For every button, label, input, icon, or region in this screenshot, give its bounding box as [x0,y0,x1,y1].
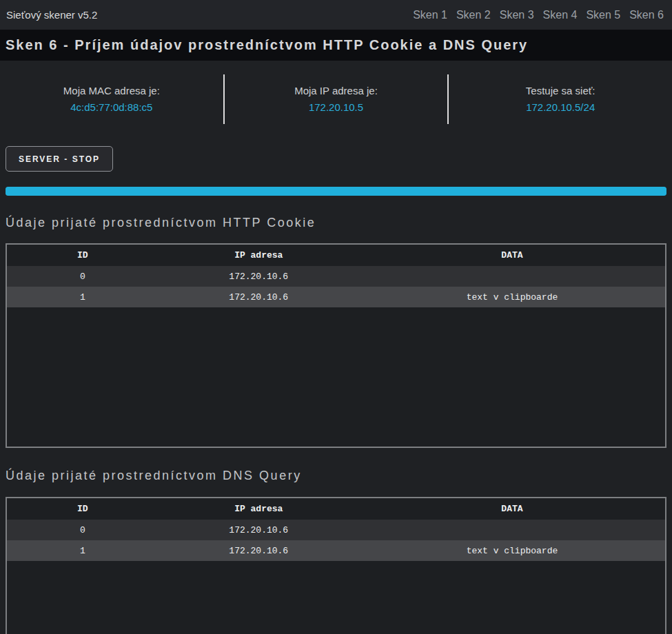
network-label: Testuje sa sieť: [449,83,672,99]
table-cell [359,520,665,540]
section-dns-query: Údaje prijaté prostredníctvom DNS Query … [0,469,672,634]
top-navbar: Sieťový skener v5.2 Sken 1Sken 2Sken 3Sk… [0,0,672,30]
table-row: 0172.20.10.6 [7,520,665,540]
data-table-dns-query: IDIP adresaDATA0172.20.10.61172.20.10.6t… [7,498,665,561]
table-cell: 1 [7,287,159,307]
table-row: 1172.20.10.6text v clipboarde [7,540,665,561]
column-header-id: ID [7,498,159,520]
table-cell: 172.20.10.6 [159,287,359,307]
ip-value: 172.20.10.5 [225,99,448,116]
column-header-id: ID [7,245,159,266]
table-cell [359,266,665,287]
table-container-http-cookie: IDIP adresaDATA0172.20.10.61172.20.10.6t… [6,243,666,448]
table-cell: 0 [7,266,159,287]
section-title-http-cookie: Údaje prijaté prostredníctvom HTTP Cooki… [6,216,666,230]
table-container-dns-query: IDIP adresaDATA0172.20.10.61172.20.10.6t… [6,497,666,634]
data-table-http-cookie: IDIP adresaDATA0172.20.10.61172.20.10.6t… [7,245,665,307]
table-cell: 1 [7,540,159,561]
section-http-cookie: Údaje prijaté prostredníctvom HTTP Cooki… [0,216,672,448]
column-header-ip-adresa: IP adresa [159,498,359,520]
table-cell: 172.20.10.6 [159,520,359,540]
column-header-data: DATA [359,498,665,520]
page-title: Sken 6 - Príjem údajov prostredníctvom H… [6,37,528,53]
table-row: 1172.20.10.6text v clipboarde [7,287,665,307]
table-cell: 172.20.10.6 [159,540,359,561]
nav-item-sken-4[interactable]: Sken 4 [543,9,578,21]
app-title: Sieťový skener v5.2 [6,9,97,21]
table-cell: text v clipboarde [359,540,665,561]
table-row: 0172.20.10.6 [7,266,665,287]
nav-item-sken-3[interactable]: Sken 3 [500,9,534,21]
nav-item-sken-6[interactable]: Sken 6 [629,9,664,21]
server-stop-button[interactable]: SERVER - STOP [6,146,113,172]
nav-item-sken-2[interactable]: Sken 2 [456,9,491,21]
info-ip: Moja IP adresa je: 172.20.10.5 [225,83,448,116]
navbar-links: Sken 1Sken 2Sken 3Sken 4Sken 5Sken 6 [413,9,664,21]
progress-bar [6,187,666,196]
table-cell: 172.20.10.6 [159,266,359,287]
nav-item-sken-5[interactable]: Sken 5 [586,9,620,21]
info-mac: Moja MAC adresa je: 4c:d5:77:0d:88:c5 [0,83,223,116]
column-header-ip-adresa: IP adresa [159,245,359,266]
mac-value: 4c:d5:77:0d:88:c5 [0,99,223,116]
column-header-data: DATA [359,245,665,266]
ip-label: Moja IP adresa je: [225,83,448,99]
info-network: Testuje sa sieť: 172.20.10.5/24 [449,83,672,116]
network-value: 172.20.10.5/24 [449,99,672,116]
progress-bar-fill [6,187,666,196]
mac-label: Moja MAC adresa je: [0,83,223,99]
nav-item-sken-1[interactable]: Sken 1 [413,9,447,21]
table-cell: text v clipboarde [359,287,665,307]
table-header-row: IDIP adresaDATA [7,245,665,266]
table-cell: 0 [7,520,159,540]
section-title-dns-query: Údaje prijaté prostredníctvom DNS Query [6,469,666,483]
page-title-bar: Sken 6 - Príjem údajov prostredníctvom H… [0,30,672,61]
info-bar: Moja MAC adresa je: 4c:d5:77:0d:88:c5 Mo… [0,61,672,146]
table-header-row: IDIP adresaDATA [7,498,665,520]
